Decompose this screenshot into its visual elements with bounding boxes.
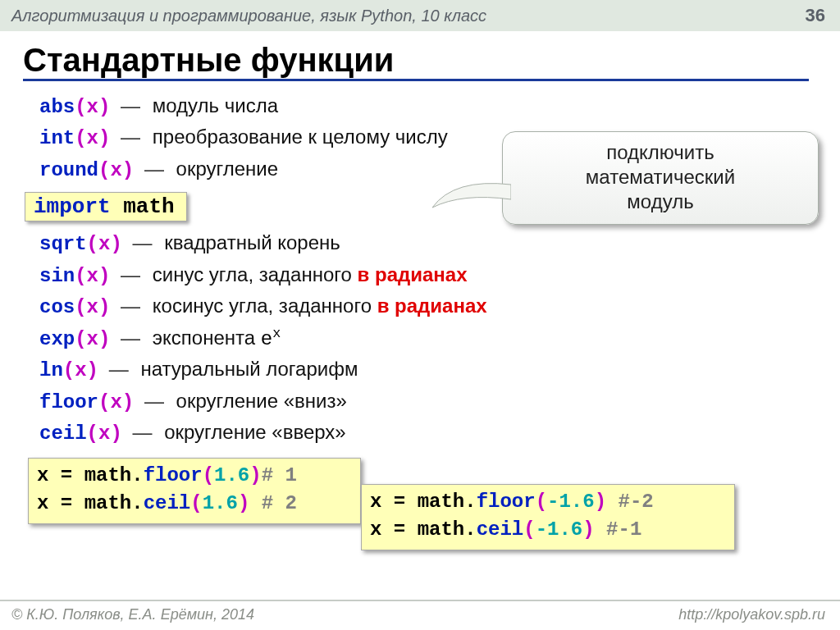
- page-title: Стандартные функции: [23, 43, 809, 81]
- func-line: exp(x) — экспонента ex: [39, 323, 810, 354]
- page-number: 36: [806, 5, 825, 26]
- examples-area: x = math.floor(1.6)# 1 x = math.ceil(1.6…: [39, 458, 810, 556]
- callout-line: модуль: [513, 189, 808, 214]
- callout-line: математический: [513, 165, 808, 189]
- func-line: ceil(x) — округление «вверх»: [39, 418, 810, 449]
- top-bar: Алгоритмизация и программирование, язык …: [0, 0, 840, 31]
- example-box: x = math.floor(-1.6) #-2 x = math.ceil(-…: [361, 484, 735, 551]
- code-line: x = math.floor(-1.6) #-2: [370, 488, 723, 517]
- copyright: © К.Ю. Поляков, Е.А. Ерёмин, 2014: [11, 606, 254, 623]
- func-line: ln(x) — натуральный логарифм: [39, 354, 810, 386]
- func-line: cos(x) — косинус угла, заданного в радиа…: [39, 291, 810, 322]
- site-url: http://kpolyakov.spb.ru: [678, 606, 825, 623]
- func-line: floor(x) — округление «вниз»: [39, 386, 810, 418]
- course-title: Алгоритмизация и программирование, язык …: [11, 7, 486, 25]
- code-line: x = math.floor(1.6)# 1: [37, 462, 349, 491]
- callout-bubble: подключить математический модуль: [502, 131, 819, 225]
- func-line: sqrt(x) — квадратный корень: [39, 228, 810, 259]
- callout-line: подключить: [513, 140, 808, 165]
- example-box: x = math.floor(1.6)# 1 x = math.ceil(1.6…: [28, 458, 361, 525]
- import-box: import math: [25, 192, 187, 221]
- func-line: sin(x) — синус угла, заданного в радиана…: [39, 260, 810, 291]
- code-line: x = math.ceil(1.6) # 2: [37, 490, 349, 518]
- code-line: x = math.ceil(-1.6) #-1: [370, 516, 723, 545]
- func-line: abs(x) — модуль числа: [39, 91, 810, 122]
- footer: © К.Ю. Поляков, Е.А. Ерёмин, 2014 http:/…: [0, 600, 840, 630]
